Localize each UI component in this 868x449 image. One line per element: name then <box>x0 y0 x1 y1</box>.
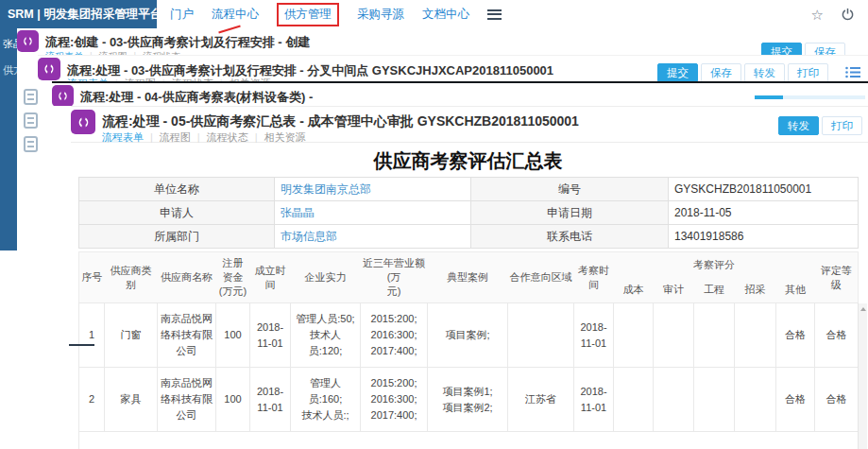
table-row: 2家具南京品悦网络科技有限公司1002018-11-01管理人员:160; 技术… <box>79 368 859 432</box>
horizontal-scrollbar[interactable] <box>755 95 865 99</box>
department-value[interactable]: 市场信息部 <box>275 225 471 249</box>
document-title: 供应商考察评估汇总表 <box>78 148 858 174</box>
main-nav: 门户 流程中心 供方管理 采购寻源 文档中心 <box>170 0 502 28</box>
sidebar: 张晶晶 供方管理 <box>0 28 17 250</box>
unit-name-value[interactable]: 明发集团南京总部 <box>275 178 471 201</box>
table-cell: 合格 <box>776 303 815 368</box>
nav-more-icon[interactable] <box>487 9 502 20</box>
form-row: 单位名称 明发集团南京总部 编号 GYSKCHZB201811050001 <box>79 178 859 201</box>
process-icon <box>71 110 95 134</box>
nav-process-center[interactable]: 流程中心 <box>212 7 259 23</box>
table-cell: 合格 <box>776 368 815 432</box>
print-button[interactable]: 打印 <box>822 116 862 135</box>
tab-related-resources[interactable]: 相关资源 <box>264 131 306 143</box>
review-table-body: 1门窗南京品悦网络科技有限公司1002018-11-01管理人员:50; 技术人… <box>79 303 859 449</box>
field-label: 所属部门 <box>79 225 275 249</box>
table-cell: 1 <box>79 303 105 368</box>
power-icon[interactable] <box>841 8 855 22</box>
window-edge-dash <box>69 344 94 346</box>
supplier-review-table: 序号 供应商类别 供应商名称 注册资金 (万元) 成立时间 企业实力 近三年营业… <box>78 251 859 449</box>
save-button[interactable]: 保存 <box>701 63 741 81</box>
table-cell: 南京品悦网络科技有限公司 <box>158 303 216 368</box>
col-header: 成立时间 <box>250 252 291 303</box>
col-header: 评定等级 <box>815 252 859 303</box>
sidebar-menu-supplier[interactable]: 供方管理 <box>3 63 17 78</box>
table-cell <box>694 303 735 368</box>
col-header: 近三年营业额(万 元) <box>361 252 428 303</box>
table-cell: 2018-11-01 <box>574 368 614 432</box>
tab-process-status[interactable]: 流程状态 <box>207 131 248 143</box>
table-cell: 项目案例1; 项目案例2; <box>428 368 508 432</box>
favorite-icon[interactable]: ☆ <box>811 8 824 22</box>
nav-portal[interactable]: 门户 <box>170 7 194 23</box>
phone-value: 13401918586 <box>669 225 859 249</box>
nav-sourcing[interactable]: 采购寻源 <box>357 7 404 23</box>
applicant-value[interactable]: 张晶晶 <box>275 201 471 225</box>
field-label: 申请人 <box>79 201 275 225</box>
score-col-header: 审计 <box>654 278 694 303</box>
process-icon <box>17 30 39 52</box>
table-cell: 2018-11-01 <box>574 303 614 368</box>
table-cell: 门窗 <box>105 303 158 368</box>
print-button[interactable]: 打印 <box>788 63 828 81</box>
form-row: 所属部门 市场信息部 联系电话 13401918586 <box>79 225 859 249</box>
field-label: 申请日期 <box>471 201 669 225</box>
tab-process-form[interactable]: 流程表单 <box>102 131 144 143</box>
col-header: 典型案例 <box>428 252 508 303</box>
field-label: 联系电话 <box>471 225 669 249</box>
doc-number-value: GYSKCHZB201811050001 <box>669 178 859 201</box>
table-cell: 项目案例; <box>428 303 508 368</box>
table-cell: 管理人员:50; 技术人员:120; <box>291 303 361 368</box>
submit-button[interactable]: 提交 <box>657 63 698 81</box>
table-cell <box>694 368 735 432</box>
table-cell <box>735 303 776 368</box>
table-cell: 2015:200; 2016:300; 2017:400; <box>361 368 428 432</box>
nav-supplier-management[interactable]: 供方管理 <box>277 3 339 26</box>
table-cell: 管理人员:160; 技术人员:; <box>291 368 361 432</box>
table-cell: 家具 <box>105 368 158 432</box>
submit-button[interactable]: 提交 <box>761 43 802 55</box>
window4-buttons: 转发 打印 <box>778 116 862 135</box>
table-cell: 南京品悦网络科技有限公司 <box>158 368 216 432</box>
scrollbar-thumb[interactable] <box>755 95 783 99</box>
form-doc-icon[interactable] <box>24 112 38 129</box>
table-cell: 2 <box>79 368 105 432</box>
col-header: 供应商名称 <box>158 252 216 303</box>
list-icon[interactable] <box>845 66 860 78</box>
form-row: 申请人 张晶晶 申请日期 2018-11-05 <box>79 201 859 225</box>
table-cell: 2018-11-01 <box>250 303 291 368</box>
window1-buttons: 提交 保存 <box>761 43 845 55</box>
empty-cell <box>79 432 859 449</box>
table-cell <box>735 368 776 432</box>
topbar-actions: ☆ <box>811 0 855 28</box>
table-cell: 合格 <box>815 303 859 368</box>
window4-tabs: 流程表单|流程图|流程状态|相关资源 <box>102 130 306 145</box>
scroll-up-arrow[interactable] <box>860 307 866 311</box>
col-header: 供应商类别 <box>105 252 158 303</box>
col-header: 考察时间 <box>574 252 614 303</box>
sidebar-sub-icons <box>24 89 38 160</box>
col-header: 企业实力 <box>291 252 361 303</box>
forward-button[interactable]: 转发 <box>778 116 819 135</box>
col-header: 序号 <box>79 252 105 303</box>
score-group-header: 考察评分 <box>614 252 815 278</box>
save-button[interactable]: 保存 <box>805 43 845 55</box>
vertical-scrollbar[interactable] <box>858 303 867 449</box>
sidebar-user-name[interactable]: 张晶晶 <box>3 37 17 51</box>
table-cell <box>508 303 574 368</box>
table-cell: 江苏省 <box>508 368 574 432</box>
table-cell <box>654 303 694 368</box>
app-logo: SRM | 明发集团招采管理平台 <box>0 0 157 28</box>
table-cell: 100 <box>216 303 250 368</box>
active-tab-caret <box>111 138 120 143</box>
forward-button[interactable]: 转发 <box>744 63 785 81</box>
process-icon <box>52 85 74 106</box>
col-header: 合作意向区域 <box>508 252 574 303</box>
window-handle-plan-fork: 流程:处理 - 03-供应商考察计划及行程安排 - 分叉中间点 GYSKCJHJ… <box>38 55 868 81</box>
tab-process-diagram[interactable]: 流程图 <box>160 131 191 143</box>
form-doc-icon[interactable] <box>24 89 38 105</box>
nav-document-center[interactable]: 文档中心 <box>422 7 469 23</box>
form-doc-icon[interactable] <box>24 136 38 152</box>
score-col-header: 工程 <box>694 278 735 303</box>
topbar: SRM | 明发集团招采管理平台 门户 流程中心 供方管理 采购寻源 文档中心 … <box>0 0 868 28</box>
